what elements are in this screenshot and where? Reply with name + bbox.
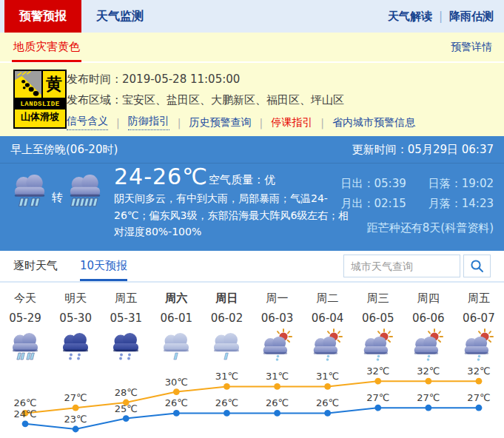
top-links: 天气解读 | 降雨估测 [388, 0, 504, 33]
temperature-label: 25℃ [115, 403, 138, 414]
temperature-point[interactable] [476, 405, 483, 411]
transition-label: 转 [52, 191, 63, 205]
forecast-day-name: 周六 [151, 292, 201, 306]
sun-shower-icon [261, 328, 294, 361]
separator: | [178, 117, 181, 129]
separator: | [439, 0, 443, 33]
temperature-point[interactable] [374, 378, 381, 385]
forecast-tabs-row: 逐时天气 10天预报 [0, 251, 504, 283]
temperature-point[interactable] [123, 415, 130, 422]
temperature-label: 31℃ [266, 371, 289, 382]
landslide-warning-badge: 黄 LANDSLIDE 山体滑坡 [13, 70, 67, 129]
forecast-period-label: 早上至傍晚(06-20时) [10, 143, 118, 157]
forecast-day-column[interactable]: 周五05-31 [101, 292, 151, 364]
tab-10day-forecast[interactable]: 10天预报 [80, 251, 127, 281]
search-icon [470, 259, 484, 273]
tab-weather-monitor[interactable]: 天气监测 [81, 0, 158, 33]
forecast-day-column[interactable]: 今天05-29 [0, 292, 50, 364]
temperature-point[interactable] [224, 410, 230, 417]
temperature-point[interactable] [22, 420, 29, 427]
forecast-day-column[interactable]: 周一06-03 [252, 292, 302, 364]
alert-bar: 地质灾害黄色 预警详情 [0, 33, 504, 63]
temperature-point[interactable] [324, 410, 331, 417]
temperature-line [25, 408, 479, 429]
forecast-day-name: 周五 [101, 292, 151, 306]
alert-title-geo-hazard-yellow[interactable]: 地质灾害黄色 [12, 32, 81, 62]
link-rainfall-estimate[interactable]: 降雨估测 [449, 0, 494, 33]
forecast-day-column[interactable]: 周二06-04 [303, 292, 353, 364]
forecast-day-date: 06-04 [303, 311, 353, 326]
sun-shower-icon [312, 328, 344, 361]
temperature-label: 27℃ [417, 392, 440, 403]
temperature-point[interactable] [274, 383, 280, 390]
temperature-point[interactable] [425, 405, 431, 411]
sun-shower-icon [463, 328, 495, 361]
link-class-suspension-guide[interactable]: 停课指引 [271, 116, 312, 129]
warning-badge-en-label: LANDSLIDE [15, 99, 65, 110]
temperature-point[interactable] [73, 405, 79, 411]
forecast-day-column[interactable]: 周日06-02 [201, 292, 252, 364]
top-tab-bar: 预警预报 天气监测 天气解读 | 降雨估测 [0, 0, 504, 33]
forecast-day-name: 周三 [353, 292, 403, 306]
temperature-label: 28℃ [115, 387, 138, 398]
temperature-label: 24℃ [13, 408, 36, 420]
temperature-point[interactable] [374, 405, 381, 411]
alert-links-row: 信号含义 | 防御指引 | 历史预警查询 | 停课指引 | 省内城市预警信息 [67, 115, 497, 130]
forecast-day-column[interactable]: 明天05-30 [50, 292, 101, 364]
temperature-point[interactable] [73, 426, 79, 433]
link-history-warning-query[interactable]: 历史预警查询 [189, 116, 251, 129]
solar-term-link[interactable]: 距芒种还有8天(科普资料) [367, 221, 494, 235]
temperature-point[interactable] [173, 410, 180, 417]
city-weather-search-input[interactable] [343, 255, 460, 277]
temperature-point[interactable] [224, 383, 230, 390]
temperature-label: 31℃ [316, 371, 339, 382]
temperature-point[interactable] [425, 378, 431, 385]
link-province-city-warnings[interactable]: 省内城市预警信息 [332, 116, 415, 129]
tab-warning-forecast[interactable]: 预警预报 [4, 0, 81, 33]
forecast-day-date: 06-06 [403, 311, 454, 326]
sunrise-time: 日出：05:39 [341, 177, 406, 191]
link-defense-guide[interactable]: 防御指引 [128, 115, 169, 130]
temperature-range: 24-26℃ [114, 164, 208, 189]
forecast-day-name: 周二 [303, 292, 353, 306]
forecast-day-column[interactable]: 周三06-05 [353, 292, 403, 364]
temperature-label: 26℃ [266, 397, 289, 408]
tab-hourly-weather[interactable]: 逐时天气 [13, 251, 58, 281]
temperature-chart: 26℃27℃28℃30℃31℃31℃31℃32℃32℃32℃24℃23℃25℃2… [0, 364, 504, 438]
temperature-label: 31℃ [215, 371, 238, 382]
sun-shower-icon [362, 328, 394, 361]
search-button[interactable] [463, 255, 491, 277]
forecast-day-column[interactable]: 周六06-01 [151, 292, 201, 364]
temperature-label: 32℃ [467, 365, 490, 377]
forecast-day-column[interactable]: 周五06-07 [454, 292, 504, 364]
link-weather-interpretation[interactable]: 天气解读 [388, 0, 432, 33]
forecast-day-date: 06-05 [353, 311, 403, 326]
moonset-time: 月落：14:23 [429, 197, 494, 211]
forecast-day-name: 周一 [252, 292, 302, 306]
temperature-label: 27℃ [64, 392, 87, 403]
temperature-label: 26℃ [215, 397, 238, 408]
temperature-point[interactable] [173, 388, 180, 395]
forecast-day-name: 今天 [0, 292, 50, 306]
temperature-point[interactable] [324, 383, 331, 390]
temperature-point[interactable] [476, 378, 483, 385]
alert-detail-section: 黄 LANDSLIDE 山体滑坡 发布时间：2019-05-28 11:05:0… [0, 63, 504, 136]
forecast-day-column[interactable]: 周四06-06 [403, 292, 454, 364]
alert-detail-link[interactable]: 预警详情 [451, 41, 492, 54]
moderate-rain-dark-icon [110, 328, 142, 361]
temperature-label: 27℃ [467, 392, 490, 403]
moderate-rain-dark-icon [59, 328, 92, 361]
warning-grade-label: 黄 [43, 71, 65, 98]
warning-badge-name: 山体滑坡 [15, 110, 65, 124]
temperature-label: 26℃ [13, 397, 36, 408]
air-quality-label: 空气质量：优 [209, 173, 275, 187]
forecast-day-date: 05-31 [101, 311, 151, 326]
forecast-day-date: 06-02 [201, 311, 252, 326]
temperature-label: 32℃ [417, 365, 440, 377]
forecast-columns: 今天05-29明天05-30周五05-31周六06-01周日06-02周一06-… [0, 283, 504, 364]
link-signal-meaning[interactable]: 信号含义 [67, 115, 108, 130]
temperature-label: 32℃ [366, 365, 389, 377]
forecast-day-name: 明天 [50, 292, 101, 306]
temperature-point[interactable] [274, 410, 280, 417]
forecast-day-name: 周五 [454, 292, 504, 306]
